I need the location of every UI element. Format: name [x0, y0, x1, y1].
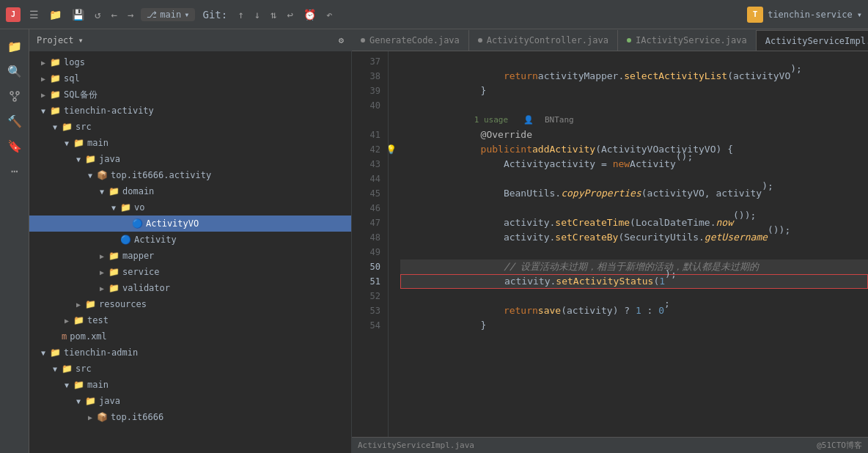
redo-icon[interactable]: ↶ — [323, 7, 335, 22]
sidebar-more-icon[interactable]: ⋯ — [4, 160, 26, 182]
project-tree: ▶ 📁 logs ▶ 📁 sql ▶ 📁 SQL备份 ▼ — [29, 51, 351, 453]
tab-activityserviceimpl-label: ActivityServiceImpl.java — [765, 36, 868, 46]
branch-name: main — [160, 10, 181, 20]
save-icon[interactable]: 💾 — [69, 7, 87, 22]
tree-item-test[interactable]: ▶ 📁 test — [29, 312, 351, 328]
code-line-51: activity.setActivityStatus(1); — [400, 274, 868, 289]
tree-item-admin-java[interactable]: ▼ 📁 java — [29, 393, 351, 409]
tree-item-admin-package[interactable]: ▶ 📦 top.it6666 — [29, 409, 351, 425]
tab-generatecode-label: GenerateCode.java — [369, 35, 460, 45]
code-line-39: } — [400, 84, 868, 98]
tree-item-pom[interactable]: m pom.xml — [29, 328, 351, 345]
history-icon[interactable]: ⏰ — [301, 7, 319, 22]
tree-item-admin-src[interactable]: ▼ 📁 src — [29, 361, 351, 377]
code-editor: 37 38 39 40 41 42 43 44 45 46 47 48 49 5… — [352, 51, 868, 437]
tree-item-resources[interactable]: ▶ 📁 resources — [29, 296, 351, 312]
code-line-40 — [400, 98, 868, 113]
tree-item-validator[interactable]: ▶ 📁 validator — [29, 280, 351, 296]
user-info: T tienchin-service ▾ — [747, 7, 862, 23]
tree-item-package-activity[interactable]: ▼ 📦 top.it6666.activity — [29, 167, 351, 183]
code-line-45: BeanUtils.copyProperties(activityVO, act… — [400, 186, 868, 201]
editor-tabs: GenerateCode.java ActivityController.jav… — [352, 29, 868, 51]
svg-point-2 — [13, 98, 16, 101]
tree-item-java[interactable]: ▼ 📁 java — [29, 151, 351, 167]
svg-point-1 — [16, 92, 19, 95]
tree-item-tienchin-admin[interactable]: ▼ 📁 tienchin-admin — [29, 345, 351, 361]
project-chevron-icon: ▾ — [78, 35, 84, 45]
main-layout: 📁 🔍 🔨 🔖 ⋯ Project ▾ ⚙ ▶ — [0, 29, 868, 453]
user-avatar: T — [747, 7, 763, 23]
forward-icon[interactable]: → — [125, 7, 136, 22]
git-fetch-icon[interactable]: ⇅ — [268, 7, 279, 22]
project-label: Project — [37, 35, 74, 45]
undo-icon[interactable]: ↩ — [284, 7, 295, 22]
sidebar-bookmark-icon[interactable]: 🔖 — [4, 135, 26, 157]
project-panel-header: Project ▾ ⚙ — [29, 29, 351, 51]
tree-item-domain[interactable]: ▼ 📁 domain — [29, 183, 351, 199]
line-numbers: 37 38 39 40 41 42 43 44 45 46 47 48 49 5… — [352, 51, 389, 437]
tree-item-activityvo[interactable]: 🔵 ActivityVO — [29, 216, 351, 232]
tab-iactivityservice-label: IActivityService.java — [636, 35, 747, 45]
tab-generatecode[interactable]: GenerateCode.java — [352, 30, 469, 51]
tree-item-logs[interactable]: ▶ 📁 logs — [29, 54, 351, 70]
tree-item-service[interactable]: ▶ 📁 service — [29, 264, 351, 280]
sidebar-project-icon[interactable]: 📁 — [4, 35, 26, 57]
menu-icon[interactable]: ☰ — [26, 7, 42, 22]
svg-line-3 — [12, 95, 15, 98]
status-bar: ActivityServiceImpl.java @51CTO博客 — [352, 437, 868, 453]
tab-activityserviceimpl[interactable]: ActivityServiceImpl.java ✕ — [757, 30, 868, 51]
chevron-down-icon: ▾ — [184, 10, 189, 20]
code-line-43: Activity activity = new Activity(); — [400, 157, 868, 172]
editor-area: GenerateCode.java ActivityController.jav… — [352, 29, 868, 453]
git-pull-icon[interactable]: ↓ — [251, 7, 263, 22]
project-gear-icon[interactable]: ⚙ — [339, 35, 344, 45]
tree-item-sql[interactable]: ▶ 📁 sql — [29, 70, 351, 86]
tab-iactivityservice[interactable]: IActivityService.java — [618, 30, 757, 51]
sidebar-vcs-icon[interactable] — [4, 85, 26, 107]
gutter-warning-icon: 💡 — [389, 142, 397, 157]
open-file-icon[interactable]: 📁 — [46, 7, 65, 22]
branch-icon: ⎇ — [147, 10, 157, 20]
svg-point-0 — [10, 92, 13, 95]
code-content[interactable]: return activityMapper.selectActivityList… — [389, 51, 868, 437]
branch-selector[interactable]: ⎇ main ▾ — [141, 8, 195, 21]
tree-item-tienchin-activity[interactable]: ▼ 📁 tienchin-activity — [29, 103, 351, 119]
tab-activitycontroller[interactable]: ActivityController.java — [469, 30, 618, 51]
watermark: @51CTO博客 — [817, 440, 862, 451]
svg-line-4 — [15, 95, 18, 98]
tree-item-admin-main[interactable]: ▼ 📁 main — [29, 377, 351, 393]
tab-activitycontroller-label: ActivityController.java — [487, 35, 608, 45]
user-service-name: tienchin-service — [768, 10, 853, 20]
project-panel: Project ▾ ⚙ ▶ 📁 logs ▶ 📁 sql ▶ — [29, 29, 352, 453]
tree-item-activity[interactable]: 🔵 Activity — [29, 232, 351, 248]
sidebar-build-icon[interactable]: 🔨 — [4, 110, 26, 132]
back-icon[interactable]: ← — [108, 7, 119, 22]
toolbar-icons: ☰ 📁 💾 ↺ ← → ⎇ main ▾ Git: ↑ ↓ ⇅ ↩ ⏰ ↶ — [26, 7, 335, 22]
user-chevron-icon: ▾ — [857, 10, 862, 20]
refresh-icon[interactable]: ↺ — [92, 7, 103, 22]
tree-item-sql-backup[interactable]: ▶ 📁 SQL备份 — [29, 86, 351, 103]
status-info: ActivityServiceImpl.java — [358, 441, 474, 450]
tree-item-mapper[interactable]: ▶ 📁 mapper — [29, 248, 351, 264]
code-line-48: activity.setCreateBy(SecurityUtils.getUs… — [400, 230, 868, 245]
tree-item-main[interactable]: ▼ 📁 main — [29, 135, 351, 151]
code-line-54: } — [400, 318, 868, 333]
app-logo: J — [6, 7, 21, 22]
git-push-icon[interactable]: ↑ — [235, 7, 246, 22]
git-label: Git: — [199, 7, 230, 22]
title-bar: J ☰ 📁 💾 ↺ ← → ⎇ main ▾ Git: ↑ ↓ ⇅ ↩ ⏰ ↶ … — [0, 0, 868, 29]
sidebar-search-icon[interactable]: 🔍 — [4, 60, 26, 82]
tree-item-vo[interactable]: ▼ 📁 vo — [29, 199, 351, 216]
tree-item-src[interactable]: ▼ 📁 src — [29, 119, 351, 135]
sidebar-icon-strip: 📁 🔍 🔨 🔖 ⋯ — [0, 29, 29, 453]
